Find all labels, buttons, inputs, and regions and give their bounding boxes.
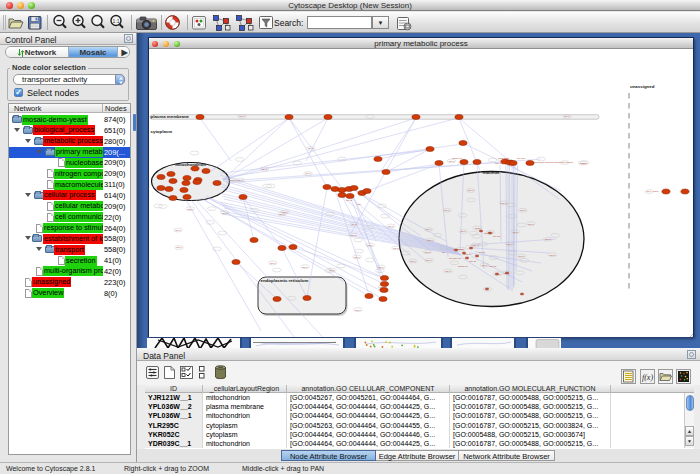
- svg-text:ab cd: ab cd: [346, 199, 353, 202]
- svg-text:unassigned: unassigned: [630, 84, 655, 89]
- svg-text:ab cdef: ab cdef: [517, 157, 526, 160]
- svg-text:lab el: lab el: [175, 229, 181, 232]
- svg-text:lab el: lab el: [519, 255, 525, 258]
- svg-text:cytoplasm: cytoplasm: [151, 129, 173, 134]
- svg-text:lab el: lab el: [646, 190, 652, 193]
- svg-text:lab el: lab el: [222, 212, 228, 215]
- svg-text:ab cde: ab cde: [493, 235, 501, 238]
- svg-text:lab el: lab el: [230, 179, 236, 182]
- svg-text:lab el: lab el: [305, 172, 311, 175]
- svg-text:lab el: lab el: [520, 209, 526, 212]
- svg-text:f(x): f(x): [642, 373, 653, 382]
- svg-text:lab el: lab el: [187, 208, 193, 211]
- svg-text:nucleus: nucleus: [483, 170, 500, 175]
- svg-text:abcde fg: abcde fg: [458, 265, 468, 268]
- svg-text:lab el: lab el: [367, 244, 373, 247]
- svg-text:lab el: lab el: [513, 231, 519, 234]
- svg-text:lab el: lab el: [444, 209, 450, 212]
- svg-text:lab el: lab el: [468, 189, 474, 192]
- svg-text:lab el: lab el: [507, 243, 513, 246]
- svg-text:lab el: lab el: [176, 246, 182, 249]
- svg-text:lab el: lab el: [350, 234, 356, 237]
- svg-text:endoplasmic reticulum: endoplasmic reticulum: [261, 278, 309, 283]
- svg-text:abcde fg: abcde fg: [452, 157, 462, 160]
- svg-text:lab el: lab el: [378, 266, 384, 269]
- svg-text:lab el: lab el: [282, 211, 288, 214]
- svg-text:lab el: lab el: [426, 259, 432, 262]
- svg-text:lab el: lab el: [302, 266, 308, 269]
- svg-text:ab cdef gh: ab cdef gh: [449, 257, 461, 260]
- svg-text:1:1: 1:1: [113, 18, 120, 24]
- svg-text:lab el: lab el: [426, 228, 432, 231]
- svg-text:abcd: abcd: [653, 190, 659, 193]
- svg-text:lab el: lab el: [262, 168, 268, 171]
- svg-text:lab el: lab el: [449, 160, 455, 163]
- svg-text:lab el: lab el: [355, 309, 361, 312]
- svg-text:abcdefgh acbdefg abcdefgh abcd: abcdefgh acbdefg abcdefgh abcdef: [534, 161, 573, 164]
- svg-text:abc: abc: [357, 203, 362, 206]
- svg-text:lab el: lab el: [545, 238, 551, 241]
- svg-text:plasma membrane: plasma membrane: [151, 114, 190, 119]
- svg-text:abc de: abc de: [469, 260, 477, 263]
- svg-text:lab el: lab el: [393, 247, 399, 250]
- svg-text:mitochondrion: mitochondrion: [175, 162, 206, 167]
- svg-text:lab el: lab el: [425, 251, 431, 254]
- svg-text:lab el: lab el: [239, 115, 245, 118]
- svg-text:lab el: lab el: [460, 230, 466, 233]
- svg-text:abc de: abc de: [489, 265, 497, 268]
- svg-text:lab el: lab el: [482, 264, 488, 267]
- svg-text:abcd: abcd: [475, 227, 481, 230]
- svg-text:lab el: lab el: [410, 260, 416, 263]
- svg-text:lab el: lab el: [550, 254, 556, 257]
- svg-text:lab el: lab el: [473, 244, 479, 247]
- svg-text:lab el: lab el: [351, 223, 357, 226]
- svg-text:ab cd: ab cd: [479, 251, 486, 254]
- svg-text:lab el: lab el: [427, 239, 433, 242]
- svg-text:lab el: lab el: [354, 256, 360, 259]
- svg-text:lab el: lab el: [388, 225, 394, 228]
- svg-text:lab el: lab el: [270, 262, 276, 265]
- svg-text:lab el: lab el: [237, 179, 243, 182]
- svg-text:lab el: lab el: [528, 223, 534, 226]
- svg-text:lab el: lab el: [445, 270, 451, 273]
- svg-text:lab el: lab el: [308, 147, 314, 150]
- svg-text:lab el: lab el: [329, 269, 335, 272]
- svg-text:lab el: lab el: [564, 115, 570, 118]
- svg-text:lab el: lab el: [582, 162, 588, 165]
- svg-text:lab el: lab el: [501, 202, 507, 205]
